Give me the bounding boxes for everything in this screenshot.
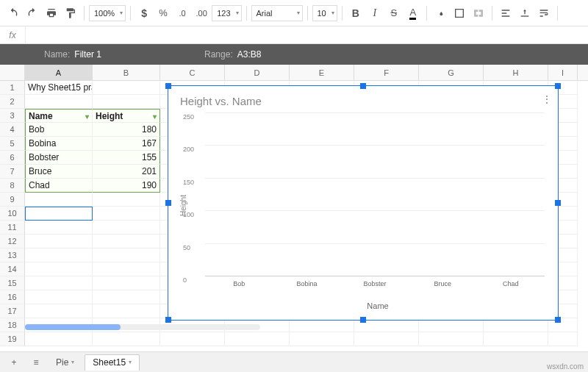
add-sheet-button[interactable]: + <box>4 354 24 371</box>
row-header-15[interactable]: 15 <box>0 276 25 290</box>
zoom-select[interactable]: 100% <box>89 5 126 21</box>
cell-E19[interactable] <box>290 332 354 346</box>
cell-I19[interactable] <box>548 332 578 346</box>
embedded-chart[interactable]: ⋮ Height vs. Name Height 050100150200250… <box>168 85 559 321</box>
sheet-tab-sheet15[interactable]: Sheet15 ▾ <box>85 354 140 371</box>
row-header-10[interactable]: 10 <box>0 207 25 221</box>
filter-icon[interactable]: ▾ <box>153 110 157 123</box>
row-header-7[interactable]: 7 <box>0 165 25 179</box>
vertical-align-button[interactable] <box>516 4 534 22</box>
cell-A12[interactable] <box>25 235 93 248</box>
cell-A10[interactable] <box>25 207 93 221</box>
cell-B9[interactable] <box>93 193 160 207</box>
cell-B11[interactable] <box>93 221 160 235</box>
cell-C19[interactable] <box>160 332 225 346</box>
text-wrap-button[interactable] <box>535 4 553 22</box>
row-header-18[interactable]: 18 <box>0 318 25 332</box>
sheet-tab-pie[interactable]: Pie ▾ <box>49 354 82 371</box>
currency-button[interactable]: $ <box>135 4 153 22</box>
cell-B15[interactable] <box>93 276 160 290</box>
formula-input[interactable] <box>25 26 588 43</box>
cell-A6[interactable]: Bobster <box>25 151 93 165</box>
cell-B10[interactable] <box>93 207 160 221</box>
row-header-2[interactable]: 2 <box>0 95 25 109</box>
cell-A3[interactable]: Name▾ <box>25 109 93 123</box>
borders-button[interactable] <box>451 4 468 22</box>
filter-range-value[interactable]: A3:B8 <box>237 49 262 60</box>
row-header-9[interactable]: 9 <box>0 193 25 207</box>
cell-B1[interactable] <box>93 81 160 95</box>
cell-D19[interactable] <box>225 332 290 346</box>
cell-A7[interactable]: Bruce <box>25 165 93 179</box>
cell-B2[interactable] <box>93 95 160 109</box>
cell-A9[interactable] <box>25 193 93 207</box>
percent-button[interactable]: % <box>154 4 172 22</box>
cell-H19[interactable] <box>484 332 548 346</box>
cell-A15[interactable] <box>25 276 93 290</box>
row-header-13[interactable]: 13 <box>0 248 25 262</box>
select-all-corner[interactable] <box>0 65 25 80</box>
row-header-3[interactable]: 3 <box>0 109 25 123</box>
cell-F19[interactable] <box>354 332 419 346</box>
strikethrough-button[interactable]: S <box>385 4 403 22</box>
cell-B14[interactable] <box>93 262 160 276</box>
cell-A13[interactable] <box>25 248 93 262</box>
row-header-5[interactable]: 5 <box>0 137 25 151</box>
cell-B6[interactable]: 155 <box>93 151 160 165</box>
undo-button[interactable] <box>4 4 22 22</box>
cell-A11[interactable] <box>25 221 93 235</box>
cell-B12[interactable] <box>93 235 160 248</box>
text-color-button[interactable]: A <box>404 4 422 22</box>
cell-B16[interactable] <box>93 290 160 304</box>
row-header-11[interactable]: 11 <box>0 221 25 235</box>
cell-B8[interactable]: 190 <box>93 179 160 193</box>
cell-A14[interactable] <box>25 262 93 276</box>
cell-B5[interactable]: 167 <box>93 137 160 151</box>
row-header-4[interactable]: 4 <box>0 123 25 137</box>
row-header-14[interactable]: 14 <box>0 262 25 276</box>
cell-A5[interactable]: Bobina <box>25 137 93 151</box>
more-formats-select[interactable]: 123 <box>212 5 241 21</box>
row-header-1[interactable]: 1 <box>0 81 25 95</box>
col-header-C[interactable]: C <box>160 65 225 80</box>
filter-name-value[interactable]: Filter 1 <box>74 49 101 60</box>
filter-icon[interactable]: ▾ <box>85 110 89 123</box>
horizontal-align-button[interactable] <box>497 4 514 22</box>
col-header-A[interactable]: A <box>25 65 93 80</box>
row-header-16[interactable]: 16 <box>0 290 25 304</box>
row-header-17[interactable]: 17 <box>0 304 25 318</box>
row-header-8[interactable]: 8 <box>0 179 25 193</box>
cell-A17[interactable] <box>25 304 93 318</box>
col-header-F[interactable]: F <box>354 65 419 80</box>
cell-B7[interactable]: 201 <box>93 165 160 179</box>
cell-B3[interactable]: Height▾ <box>93 109 160 123</box>
bold-button[interactable]: B <box>347 4 365 22</box>
redo-button[interactable] <box>24 4 41 22</box>
all-sheets-button[interactable]: ≡ <box>26 354 46 371</box>
chart-menu-icon[interactable]: ⋮ <box>542 93 552 105</box>
col-header-B[interactable]: B <box>93 65 160 80</box>
fill-color-button[interactable] <box>431 4 449 22</box>
font-size-select[interactable]: 10 <box>312 5 337 21</box>
col-header-E[interactable]: E <box>290 65 354 80</box>
cell-A8[interactable]: Chad <box>25 179 93 193</box>
row-header-6[interactable]: 6 <box>0 151 25 165</box>
col-header-H[interactable]: H <box>484 65 548 80</box>
cell-B19[interactable] <box>93 332 160 346</box>
font-select[interactable]: Arial <box>251 5 303 21</box>
row-header-19[interactable]: 19 <box>0 332 25 346</box>
horizontal-scrollbar[interactable] <box>25 324 260 330</box>
italic-button[interactable]: I <box>366 4 384 22</box>
cell-A2[interactable] <box>25 95 93 109</box>
cell-A1[interactable]: Why Sheet15 pray? <box>25 81 93 95</box>
row-header-12[interactable]: 12 <box>0 235 25 248</box>
decrease-decimal-button[interactable]: .0 <box>173 4 191 22</box>
cell-B13[interactable] <box>93 248 160 262</box>
cell-A16[interactable] <box>25 290 93 304</box>
col-header-I[interactable]: I <box>548 65 578 80</box>
print-button[interactable] <box>43 4 60 22</box>
cell-G19[interactable] <box>419 332 484 346</box>
merge-cells-button[interactable] <box>470 4 487 22</box>
cell-B4[interactable]: 180 <box>93 123 160 137</box>
cell-B17[interactable] <box>93 304 160 318</box>
